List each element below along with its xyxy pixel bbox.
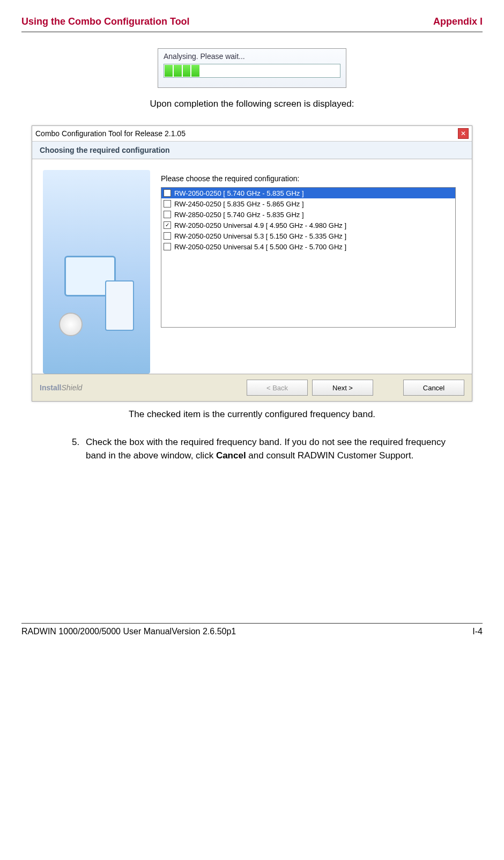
header-divider xyxy=(21,32,483,32)
list-item[interactable]: RW-2050-0250 [ 5.740 GHz - 5.835 GHz ] xyxy=(161,188,455,198)
instruction-text: Please choose the required configuration… xyxy=(161,174,456,183)
list-item[interactable]: RW-2450-0250 [ 5.835 GHz - 5.865 GHz ] xyxy=(161,198,455,209)
footer-left: RADWIN 1000/2000/5000 User ManualVersion… xyxy=(21,627,236,636)
list-item-label: RW-2450-0250 [ 5.835 GHz - 5.865 GHz ] xyxy=(174,200,304,208)
checkbox-icon[interactable] xyxy=(164,232,171,240)
list-item-label: RW-2050-0250 [ 5.740 GHz - 5.835 GHz ] xyxy=(174,189,304,197)
list-item[interactable]: RW-2050-0250 Universal 5.3 [ 5.150 GHz -… xyxy=(161,231,455,241)
sidebar-graphic xyxy=(43,170,150,374)
step-number: 5. xyxy=(72,436,86,449)
window-subhead: Choosing the required configuration xyxy=(32,142,472,159)
checkbox-icon[interactable] xyxy=(164,189,171,197)
step5-part2: and consult RADWIN Customer Support. xyxy=(246,450,414,461)
installer-window: Combo Configuration Tool for Release 2.1… xyxy=(32,125,472,402)
list-item[interactable]: RW-2850-0250 [ 5.740 GHz - 5.835 GHz ] xyxy=(161,209,455,220)
cancel-button[interactable]: Cancel xyxy=(403,380,464,396)
next-button[interactable]: Next > xyxy=(312,380,373,396)
back-button: < Back xyxy=(247,380,308,396)
header-right: Appendix I xyxy=(433,16,483,27)
analysing-text: Analysing. Please wait... xyxy=(164,52,340,61)
checkbox-icon[interactable] xyxy=(164,221,171,229)
window-title: Combo Configuration Tool for Release 2.1… xyxy=(35,129,186,138)
configuration-list[interactable]: RW-2050-0250 [ 5.740 GHz - 5.835 GHz ]RW… xyxy=(161,187,456,328)
list-item-label: RW-2050-0250 Universal 5.3 [ 5.150 GHz -… xyxy=(174,232,346,240)
checkbox-icon[interactable] xyxy=(164,200,171,207)
installshield-branding: InstallShield xyxy=(40,383,242,392)
footer-right: I-4 xyxy=(472,627,483,636)
header-left: Using the Combo Configuration Tool xyxy=(21,16,190,27)
list-item-label: RW-2050-0250 Universal 5.4 [ 5.500 GHz -… xyxy=(174,243,346,251)
progress-bar xyxy=(164,64,340,78)
step5-bold: Cancel xyxy=(216,450,246,461)
list-item[interactable]: RW-2050-0250 Universal 4.9 [ 4.950 GHz -… xyxy=(161,220,455,231)
close-icon[interactable]: ✕ xyxy=(458,128,469,139)
checkbox-icon[interactable] xyxy=(164,211,171,218)
step-5-text: 5.Check the box with the required freque… xyxy=(86,436,461,462)
checked-note: The checked item is the currently config… xyxy=(21,409,483,420)
caption-after-progress: Upon completion the following screen is … xyxy=(21,99,483,109)
titlebar: Combo Configuration Tool for Release 2.1… xyxy=(32,126,472,142)
list-item[interactable]: RW-2050-0250 Universal 5.4 [ 5.500 GHz -… xyxy=(161,241,455,252)
list-item-label: RW-2050-0250 Universal 4.9 [ 4.950 GHz -… xyxy=(174,221,346,229)
checkbox-icon[interactable] xyxy=(164,243,171,250)
analysing-dialog: Analysing. Please wait... xyxy=(158,48,346,88)
list-item-label: RW-2850-0250 [ 5.740 GHz - 5.835 GHz ] xyxy=(174,211,304,219)
